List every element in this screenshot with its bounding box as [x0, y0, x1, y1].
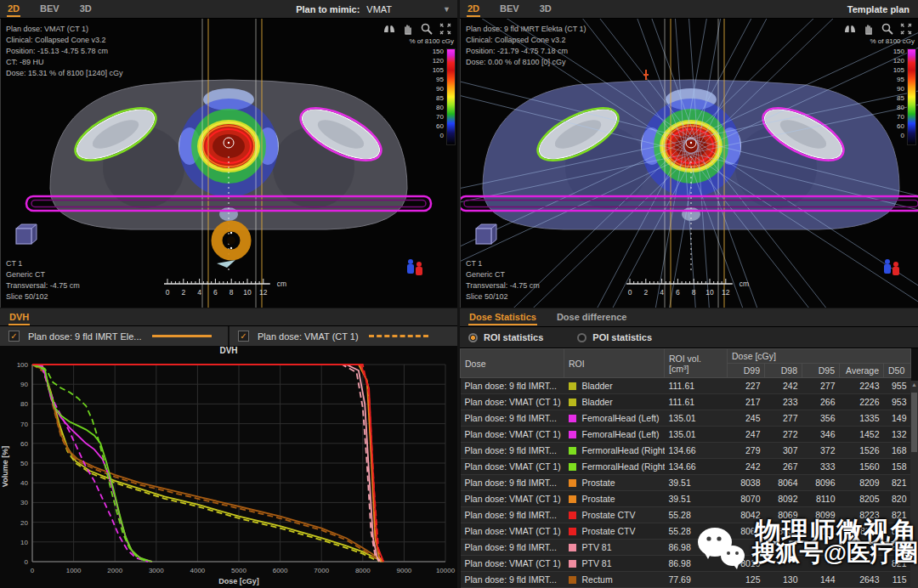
colorbar-labels: 1501201059590858070600 [893, 47, 907, 145]
dose-overlay-info-right: Plan dose: 9 fld IMRT Elekta (CT 1)Clini… [466, 24, 586, 68]
table-row[interactable]: Plan dose: VMAT (CT 1)PTV 8186.988019821 [461, 556, 911, 572]
roi-color-swatch [569, 560, 576, 568]
fullscreen-icon[interactable] [439, 22, 452, 36]
svg-text:0: 0 [31, 567, 35, 574]
pan-hand-icon[interactable] [862, 22, 876, 36]
colorbar-title: % of 8100 cGy [864, 37, 916, 45]
list-line: Plan dose: VMAT (CT 1) [6, 24, 123, 35]
checkbox-icon[interactable]: ✓ [238, 331, 249, 342]
radio-label: ROI statistics [484, 332, 543, 342]
template-plan-label[interactable]: Template plan [847, 4, 910, 14]
pan-hand-icon[interactable] [401, 22, 415, 36]
tab-bev-right[interactable]: BEV [499, 1, 520, 17]
list-line: Position: -21.79 -4.75 7.18 cm [466, 46, 586, 57]
svg-text:10000: 10000 [436, 567, 456, 574]
radio-poi-statistics[interactable]: POI statistics [577, 332, 652, 342]
plan-to-mimic-value[interactable]: VMAT [366, 4, 392, 14]
table-row[interactable]: Plan dose: 9 fld IMRT...Prostate39.51803… [461, 475, 911, 491]
dropdown-caret-icon[interactable]: ▼ [443, 5, 450, 14]
dataset-cube-icon[interactable] [11, 221, 40, 252]
tab-dose-difference[interactable]: Dose difference [556, 309, 628, 325]
svg-text:30: 30 [20, 499, 28, 506]
tab-2d-right[interactable]: 2D [467, 1, 480, 17]
svg-text:50: 50 [20, 460, 28, 467]
table-row[interactable]: Plan dose: 9 fld IMRT...Bladder111.61227… [461, 378, 911, 394]
tab-dvh[interactable]: DVH [8, 309, 30, 325]
legend-label: Plan dose: VMAT (CT 1) [258, 331, 359, 342]
svg-text:20: 20 [20, 519, 28, 527]
list-line: 0 [433, 131, 444, 140]
table-row[interactable]: Plan dose: 9 fld IMRT...FemoralHead (Lef… [461, 410, 911, 427]
table-row[interactable]: Plan dose: 9 fld IMRT...FermoralHead (Ri… [461, 443, 911, 459]
svg-text:2: 2 [181, 288, 185, 297]
tab-3d-left[interactable]: 3D [79, 1, 93, 17]
svg-text:6000: 6000 [273, 567, 288, 574]
svg-text:1000: 1000 [66, 567, 82, 574]
tab-bev-left[interactable]: BEV [39, 1, 60, 17]
plan-to-mimic-label: Plan to mimic: [296, 4, 360, 14]
col-header-d95[interactable]: D95 [802, 364, 840, 378]
legend-item-vmat[interactable]: ✓ Plan dose: VMAT (CT 1) [230, 326, 457, 346]
roi-color-swatch [569, 463, 576, 471]
table-row[interactable]: Plan dose: 9 fld IMRT...PTV 8186.98820 [461, 540, 911, 556]
list-line: 105 [433, 65, 444, 75]
list-line: CT 1 [466, 258, 540, 269]
table-row[interactable]: Plan dose: 9 fld IMRT...Rectum77.6912513… [461, 572, 911, 588]
list-line: 150 [893, 47, 904, 56]
mirror-views-icon[interactable] [382, 22, 396, 36]
list-line: 85 [433, 93, 444, 103]
dose-statistics-panel: Dose Statistics Dose difference ROI stat… [460, 308, 918, 588]
col-header-roi[interactable]: ROI [564, 349, 665, 378]
mirror-views-icon[interactable] [843, 22, 857, 36]
dataset-cube-icon[interactable] [471, 221, 500, 252]
viewport-panel-left: 2D BEV 3D Plan to mimic: VMAT ▼ 02468101… [0, 0, 457, 308]
zoom-magnifier-icon[interactable] [420, 22, 434, 36]
ct-viewport-left[interactable]: 024681012cm Plan dose: VMAT (CT 1)Clinic… [0, 19, 457, 308]
col-header-average[interactable]: Average [840, 364, 884, 378]
stats-table-body: Plan dose: 9 fld IMRT...Bladder111.61227… [461, 378, 911, 588]
zoom-magnifier-icon[interactable] [881, 22, 894, 36]
viewport-toolbar-left [382, 22, 452, 36]
col-header-dose[interactable]: Dose [461, 349, 564, 378]
svg-text:90: 90 [20, 381, 28, 388]
roi-color-swatch [569, 479, 576, 487]
scroll-up-icon[interactable]: ▲ [910, 382, 918, 387]
table-scrollbar[interactable]: ▲ [910, 381, 918, 588]
tab-dose-statistics[interactable]: Dose Statistics [468, 309, 537, 325]
radio-roi-statistics[interactable]: ROI statistics [468, 332, 543, 342]
dvh-chart[interactable]: 0100020003000400050006000700080009000100… [0, 359, 457, 588]
list-line: 60 [433, 122, 444, 131]
svg-text:Volume [%]: Volume [%] [1, 446, 9, 487]
table-row[interactable]: Plan dose: 9 fld IMRT...Prostate CTV55.2… [461, 507, 911, 523]
list-line: Clinical: Collapsed Cone v3.2 [6, 35, 123, 46]
legend-item-imrt[interactable]: ✓ Plan dose: 9 fld IMRT Ele... [0, 326, 228, 346]
table-row[interactable]: Plan dose: VMAT (CT 1)FermoralHead (Righ… [461, 459, 911, 475]
fullscreen-icon[interactable] [899, 22, 913, 36]
dose-colorbar-left: % of 8100 cGy 1501201059590858070600 [403, 37, 456, 145]
table-row[interactable]: Plan dose: VMAT (CT 1)FemoralHead (Left)… [461, 427, 911, 443]
roi-color-swatch [569, 512, 576, 519]
col-header-roivol[interactable]: ROI vol. [cm³] [665, 349, 728, 378]
radio-selected-icon[interactable] [468, 333, 478, 342]
viewport-right-topbar: 2D BEV 3D Template plan [460, 0, 918, 19]
tab-2d-left[interactable]: 2D [7, 1, 20, 17]
col-header-d98[interactable]: D98 [765, 364, 802, 378]
roi-color-swatch [569, 431, 576, 438]
table-row[interactable]: Plan dose: VMAT (CT 1)Prostate39.5180708… [461, 491, 911, 507]
table-row[interactable]: Plan dose: VMAT (CT 1)Bladder111.6121723… [461, 394, 911, 410]
col-header-d99[interactable]: D99 [728, 364, 765, 378]
svg-text:5000: 5000 [231, 567, 246, 574]
svg-text:8000: 8000 [355, 567, 371, 574]
ct-viewport-right[interactable]: 024681012cm Plan dose: 9 fld IMRT Elekta… [460, 19, 918, 308]
colorbar-gradient [446, 48, 456, 145]
tab-3d-right[interactable]: 3D [539, 1, 552, 17]
checkbox-icon[interactable]: ✓ [8, 331, 20, 342]
legend-label: Plan dose: 9 fld IMRT Ele... [28, 331, 142, 342]
radio-unselected-icon[interactable] [577, 333, 586, 342]
table-row[interactable]: Plan dose: VMAT (CT 1)Prostate CTV55.288… [461, 523, 911, 540]
scrollbar-thumb[interactable] [911, 393, 917, 452]
svg-text:0: 0 [166, 288, 170, 297]
colorbar-title: % of 8100 cGy [403, 37, 456, 45]
svg-text:60: 60 [20, 440, 28, 448]
col-header-d50[interactable]: D50 [884, 364, 911, 378]
